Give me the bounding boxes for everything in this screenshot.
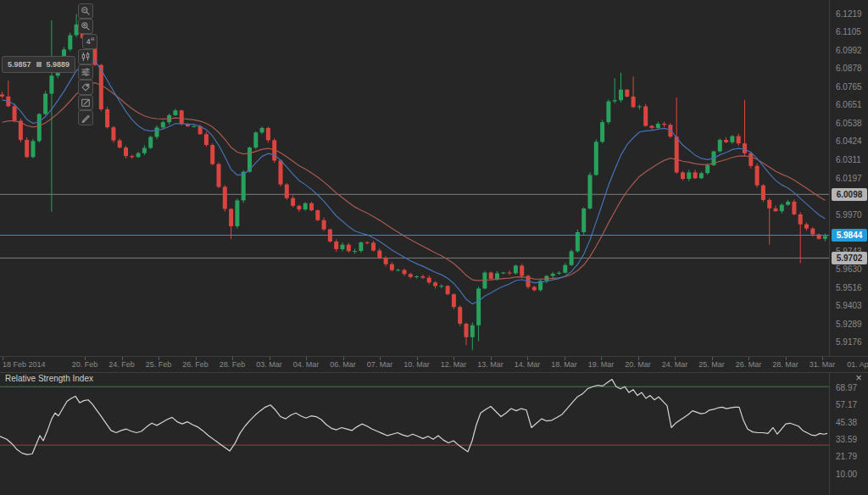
time-axis-label: 03. Mar: [256, 360, 282, 369]
zoom-in-button[interactable]: [78, 19, 93, 34]
time-axis-label: 12. Mar: [441, 360, 467, 369]
price-axis-label: 6.0765: [836, 83, 862, 92]
time-axis-label: 28. Feb: [220, 360, 246, 369]
chart-type-button[interactable]: [78, 49, 93, 64]
time-axis-label: 04. Mar: [293, 360, 320, 369]
time-axis-label: 18 Feb 2014: [3, 360, 46, 369]
price-badge-gray: 6.0098: [832, 188, 867, 201]
time-axis-label: 01. Apr: [847, 360, 868, 369]
rsi-line: [0, 380, 827, 455]
time-axis-label: 31. Mar: [810, 360, 836, 369]
svg-text:4: 4: [86, 38, 91, 46]
price-axis-label: 6.0651: [836, 101, 862, 109]
tag-icon: [81, 82, 91, 92]
zoom-out-button[interactable]: [78, 3, 93, 19]
rsi-axis-label: 21.79: [836, 453, 857, 461]
price-axis-label: 6.0878: [836, 64, 862, 73]
price-axis[interactable]: 6.12196.11056.09926.08786.07656.06516.05…: [829, 0, 868, 495]
time-axis-label: 10. Mar: [403, 360, 430, 369]
time-axis-label: 26. Mar: [736, 360, 762, 369]
time-axis-label: 19. Mar: [588, 360, 615, 369]
time-axis-label: 24. Feb: [108, 360, 135, 369]
rsi-title: Relative Strength Index: [5, 374, 93, 383]
fast-ma-line: [3, 60, 826, 304]
price-axis-label: 5.9516: [836, 284, 862, 292]
price-badge-gray: 5.9702: [832, 252, 867, 264]
time-axis-label: 28. Mar: [772, 360, 798, 369]
price-axis-label: 6.0197: [836, 175, 862, 183]
slow-ma-line: [3, 83, 826, 281]
rsi-axis-label: 33.59: [836, 436, 857, 444]
rsi-chart: [0, 371, 829, 495]
trading-chart-app: 5.9857 5.9889 4H 6.12196.11056.09926.087…: [0, 0, 868, 495]
annotate-button[interactable]: [78, 95, 93, 110]
bid-ask-control[interactable]: 5.9857 5.9889: [2, 56, 75, 73]
rsi-axis-label: 57.17: [836, 401, 857, 409]
main-chart-pane[interactable]: [0, 0, 829, 356]
time-axis[interactable]: 18 Feb 201420. Feb24. Feb25. Feb26. Feb2…: [0, 356, 868, 373]
price-axis-label: 5.9176: [836, 338, 862, 347]
edit-note-icon: [81, 97, 91, 108]
magnifier-plus-icon: [81, 21, 91, 31]
toolbar-buttons: 4H: [75, 3, 97, 125]
time-axis-label: 06. Mar: [330, 360, 356, 369]
draw-button[interactable]: [78, 110, 93, 125]
rsi-pane[interactable]: [0, 371, 829, 495]
clock-4h-icon: 4H: [85, 36, 95, 47]
tag-button[interactable]: [78, 80, 93, 95]
ask-button[interactable]: 5.9889: [42, 57, 75, 72]
magnifier-minus-icon: [81, 6, 91, 16]
sliders-icon: [81, 67, 91, 77]
time-axis-label: 25. Mar: [698, 360, 725, 369]
price-axis-label: 6.1105: [836, 28, 861, 36]
candlestick-chart[interactable]: [0, 0, 829, 356]
price-axis-label: 6.1219: [836, 10, 862, 19]
time-axis-label: 14. Mar: [515, 360, 541, 369]
price-axis-label: 6.0538: [836, 120, 862, 128]
time-axis-label: 25. Feb: [146, 360, 172, 369]
candlestick-icon: [81, 52, 91, 62]
price-axis-label: 5.9970: [836, 211, 862, 220]
price-axis-label: 6.0311: [836, 156, 861, 164]
time-axis-label: 20. Feb: [72, 360, 98, 369]
svg-text:H: H: [92, 37, 95, 42]
time-axis-label: 07. Mar: [367, 360, 393, 369]
price-axis-label: 5.9403: [836, 302, 862, 310]
time-axis-label: 20. Mar: [625, 360, 651, 369]
rsi-axis-label: 45.38: [836, 419, 857, 427]
pen-icon: [81, 113, 91, 123]
time-axis-label: 18. Mar: [551, 360, 577, 369]
price-axis-label: 6.0992: [836, 47, 862, 55]
indicators-button[interactable]: [78, 64, 93, 80]
chart-toolbar: 5.9857 5.9889 4H: [2, 3, 97, 125]
bid-button[interactable]: 5.9857: [3, 57, 36, 72]
rsi-close-button[interactable]: ×: [852, 372, 865, 384]
price-badge-blue: 5.9844: [832, 229, 867, 242]
price-axis-label: 5.9289: [836, 320, 862, 329]
rsi-axis-label: 10.00: [836, 470, 857, 479]
price-axis-label: 6.0424: [836, 137, 862, 146]
time-axis-label: 24. Mar: [662, 360, 688, 369]
time-axis-label: 26. Feb: [182, 360, 209, 369]
candles-layer: [0, 14, 827, 350]
timeframe-button[interactable]: 4H: [82, 34, 97, 49]
price-axis-label: 5.9630: [836, 265, 862, 274]
rsi-axis-label: 68.97: [836, 384, 857, 392]
time-axis-label: 13. Mar: [477, 360, 504, 369]
